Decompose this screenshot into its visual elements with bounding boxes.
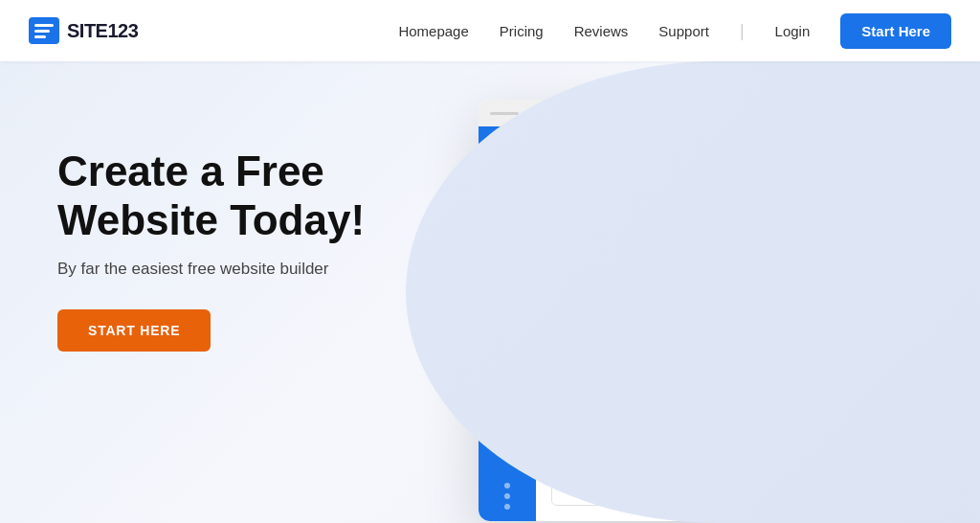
nav-links: Homepage Pricing Reviews Support | Login…: [398, 13, 951, 49]
nav-start-button[interactable]: Start Here: [840, 13, 951, 49]
hero-left: Create a Free Website Today! By far the …: [57, 109, 402, 352]
nav-login[interactable]: Login: [775, 23, 811, 39]
navigation: SITE123 Homepage Pricing Reviews Support…: [0, 0, 980, 61]
hero-section: Create a Free Website Today! By far the …: [0, 61, 980, 523]
sidebar-dot-3: [504, 504, 510, 510]
sidebar-dot-2: [504, 493, 510, 499]
hero-cta-button[interactable]: START HERE: [57, 309, 211, 352]
nav-homepage[interactable]: Homepage: [398, 23, 468, 39]
hero-subtitle: By far the easiest free website builder: [57, 260, 402, 279]
tline1: [490, 112, 519, 115]
nav-support[interactable]: Support: [658, 23, 709, 39]
logo-text: SITE123: [67, 20, 138, 42]
hero-title: Create a Free Website Today!: [57, 148, 402, 244]
sidebar-dot-1: [504, 483, 510, 489]
nav-pricing[interactable]: Pricing: [500, 23, 544, 39]
nav-divider: |: [740, 21, 745, 41]
logo-icon: [29, 17, 59, 44]
nav-reviews[interactable]: Reviews: [574, 23, 629, 39]
logo[interactable]: SITE123: [29, 17, 138, 44]
